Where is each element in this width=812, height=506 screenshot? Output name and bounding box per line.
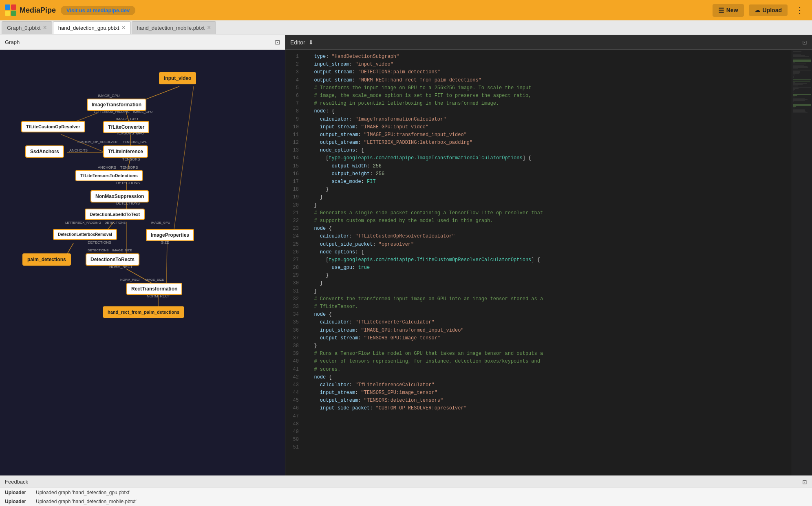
code-line: type: "HandDetectionSubgraph"	[308, 53, 787, 61]
minimap-content	[792, 50, 812, 115]
feedback-panel: Feedback ⊡ UploaderUploaded graph 'hand_…	[0, 475, 812, 506]
upload-button-label: Upload	[763, 7, 782, 13]
code-line: output_stream: "IMAGE_GPU:transformed_in…	[308, 131, 787, 139]
more-options-button[interactable]: ⋮	[792, 4, 807, 17]
node-palm-detections[interactable]: palm_detections	[22, 253, 71, 266]
code-line: output_stream: "TENSORS_GPU:image_tensor…	[308, 334, 787, 342]
app-logo: MediaPipe	[5, 4, 56, 16]
code-line: output_stream: "DETECTIONS:palm_detectio…	[308, 68, 787, 76]
feedback-source: Uploader	[5, 499, 29, 504]
code-line: }	[308, 272, 787, 279]
logo-icon	[5, 4, 16, 16]
node-input-video[interactable]: input_video	[159, 72, 196, 84]
code-line: }	[308, 342, 787, 350]
main-area: Graph ⊡	[0, 35, 812, 506]
code-line: node {	[308, 225, 787, 233]
tab-hand-detection-gpu-close[interactable]: ×	[121, 24, 125, 31]
code-line: node {	[308, 311, 787, 319]
tab-graph0-label: Graph_0.pbtxt	[7, 25, 40, 31]
feedback-message: Uploaded graph 'hand_detection_gpu.pbtxt…	[36, 490, 130, 495]
code-line: }	[308, 202, 787, 209]
new-button[interactable]: ☰ New	[713, 4, 744, 17]
svg-line-14	[166, 243, 167, 287]
code-line: calculator: "TfLiteCustomOpResolverCalcu…	[308, 233, 787, 240]
app-title: MediaPipe	[20, 6, 56, 15]
node-ImageTransformation[interactable]: ImageTransformation	[87, 99, 146, 111]
code-line: output_side_packet: "opresolver"	[308, 241, 787, 249]
feedback-rows: UploaderUploaded graph 'hand_detection_g…	[0, 488, 812, 506]
node-DetectionLabelIdToText[interactable]: DetectionLabelIdToText	[85, 209, 145, 220]
editor-toolbar: Editor ⬇ ⊡	[285, 35, 812, 50]
node-DetectionLetterboxRemoval[interactable]: DetectionLetterboxRemoval	[53, 229, 117, 240]
visit-link[interactable]: mediapipe.dev	[93, 7, 130, 13]
upload-icon: ☁	[755, 7, 760, 13]
tab-hand-detection-mobile[interactable]: hand_detection_mobile.pbtxt ×	[132, 21, 216, 34]
feedback-source: Uploader	[5, 490, 29, 495]
node-RectTransformation[interactable]: RectTransformation	[126, 283, 182, 295]
node-TfLiteInference[interactable]: TfLiteInference	[103, 145, 148, 158]
feedback-title: Feedback	[5, 479, 28, 485]
code-line: input_stream: "IMAGE_GPU:input_video"	[308, 123, 787, 131]
graph-panel: Graph ⊡	[0, 35, 285, 506]
code-line: output_height: 256	[308, 170, 787, 178]
editor-content: 1234567891011121314151617181920212223242…	[285, 50, 812, 506]
logo-cell-blue	[5, 4, 10, 10]
code-line: input_stream: "input_video"	[308, 61, 787, 68]
node-DetectionsToRects[interactable]: DetectionsToRects	[86, 253, 139, 266]
code-line: node {	[308, 374, 787, 381]
feedback-header: Feedback ⊡	[0, 476, 812, 488]
code-line: output_stream: "TENSORS:detection_tensor…	[308, 397, 787, 405]
code-line: input_side_packet: "CUSTOM_OP_RESOLVER:o…	[308, 405, 787, 412]
feedback-collapse-button[interactable]: ⊡	[802, 479, 807, 485]
graph-canvas[interactable]: input_video IMAGE_GPU ImageTransformatio…	[0, 50, 285, 506]
visit-text: Visit us at	[66, 7, 93, 13]
tab-graph0-close[interactable]: ×	[43, 24, 46, 31]
code-line: # image, the scale_mode option is set to…	[308, 92, 787, 100]
visit-badge[interactable]: Visit us at mediapipe.dev	[61, 6, 135, 15]
code-line: # Generates a single side packet contain…	[308, 209, 787, 217]
code-line: node_options: {	[308, 249, 787, 256]
app-header: MediaPipe Visit us at mediapipe.dev ☰ Ne…	[0, 0, 812, 20]
code-line: }	[308, 186, 787, 194]
minimap	[792, 50, 812, 506]
code-line: [type.googleapis.com/mediapipe.ImageTran…	[308, 154, 787, 162]
node-TfLiteTensorsToDetections[interactable]: TfLiteTensorsToDetections	[75, 170, 143, 181]
hamburger-icon: ☰	[718, 7, 724, 14]
code-line: }	[308, 288, 787, 295]
code-line: input_stream: "TENSORS_GPU:image_tensor"	[308, 389, 787, 397]
node-ImageProperties[interactable]: ImageProperties	[146, 229, 194, 241]
new-button-label: New	[726, 7, 738, 13]
node-TfLiteCustomOpResolver[interactable]: TfLiteCustomOpResolver	[21, 121, 85, 132]
svg-line-1	[173, 86, 194, 235]
code-line: }	[308, 194, 787, 201]
graph-toolbar: Graph ⊡	[0, 35, 285, 50]
graph-title: Graph	[5, 39, 20, 45]
tab-hand-detection-mobile-close[interactable]: ×	[207, 24, 211, 31]
tab-graph0[interactable]: Graph_0.pbtxt ×	[2, 21, 52, 34]
graph-collapse-button[interactable]: ⊡	[275, 38, 280, 46]
editor-title: Editor	[290, 39, 305, 46]
code-line: # resulting in potential letterboxing in…	[308, 100, 787, 108]
code-line: # Runs a TensorFlow Lite model on GPU th…	[308, 350, 787, 358]
code-line: # supports custom ops needed by the mode…	[308, 217, 787, 225]
node-hand-rect[interactable]: hand_rect_from_palm_detections	[103, 306, 184, 318]
code-line: [type.googleapis.com/mediapipe.TfLiteCus…	[308, 256, 787, 264]
node-SsdAnchors[interactable]: SsdAnchors	[25, 145, 64, 158]
code-line: calculator: "TfLiteConverterCalculator"	[308, 319, 787, 326]
tab-hand-detection-gpu[interactable]: hand_detection_gpu.pbtxt ×	[53, 21, 131, 34]
editor-panel: Editor ⬇ ⊡ 12345678910111213141516171819…	[285, 35, 812, 506]
code-line: output_stream: "NORM_RECT:hand_rect_from…	[308, 77, 787, 84]
logo-cell-red	[11, 4, 16, 10]
upload-button[interactable]: ☁ Upload	[749, 4, 788, 16]
editor-collapse-button[interactable]: ⊡	[802, 39, 807, 46]
code-line: # Transforms the input image on GPU to a…	[308, 84, 787, 92]
node-NonMaxSuppression[interactable]: NonMaxSuppression	[90, 190, 149, 202]
code-line: # vector of tensors representing, for in…	[308, 358, 787, 365]
logo-cell-yellow	[5, 11, 10, 16]
code-line: calculator: "ImageTransformationCalculat…	[308, 116, 787, 123]
code-line: scale_mode: FIT	[308, 178, 787, 186]
code-area[interactable]: type: "HandDetectionSubgraph" input_stre…	[303, 50, 792, 506]
feedback-row: UploaderUploaded graph 'hand_detection_g…	[0, 488, 812, 497]
editor-save-icon[interactable]: ⬇	[309, 39, 313, 46]
tabs-bar: Graph_0.pbtxt × hand_detection_gpu.pbtxt…	[0, 20, 812, 35]
